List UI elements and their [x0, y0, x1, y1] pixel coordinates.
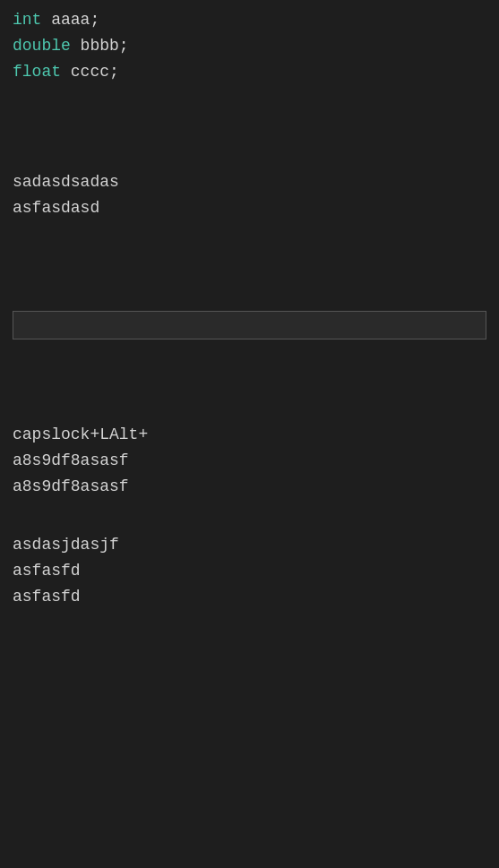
blank-line-2 — [13, 117, 486, 143]
blank-line-1 — [13, 91, 486, 117]
var-cccc: cccc; — [61, 63, 119, 81]
code-editor: int aaaa; double bbbb; float cccc; sadas… — [13, 7, 486, 610]
blank-line-4 — [13, 228, 486, 254]
blank-line-5 — [13, 254, 486, 279]
declarations-section: int aaaa; double bbbb; float cccc; — [13, 7, 486, 84]
plain-line-asfasfd-2: asfasfd — [13, 584, 486, 610]
plain-line-a8s2: a8s9df8asasf — [13, 474, 486, 500]
blank-line-6 — [13, 279, 486, 305]
blank-line-10 — [13, 507, 486, 533]
plain-line-sadasdsadas: sadasdsadas — [13, 169, 486, 195]
keyword-float: float — [13, 63, 61, 81]
plain-line-asfasdasd: asfasdasd — [13, 195, 486, 221]
line-float: float cccc; — [13, 59, 486, 85]
blank-line-9 — [13, 396, 486, 422]
blank-line-3 — [13, 143, 486, 169]
text-input[interactable] — [13, 311, 486, 339]
plain-block-1: sadasdsadas asfasdasd — [13, 169, 486, 221]
blank-line-7 — [13, 345, 486, 371]
plain-block-2: capslock+LAlt+ a8s9df8asasf a8s9df8asasf — [13, 422, 486, 499]
line-int: int aaaa; — [13, 7, 486, 33]
plain-line-capslock: capslock+LAlt+ — [13, 422, 486, 448]
blank-line-8 — [13, 371, 486, 397]
plain-line-asfasfd-1: asfasfd — [13, 558, 486, 584]
line-double: double bbbb; — [13, 33, 486, 59]
var-aaaa: aaaa; — [41, 11, 99, 29]
keyword-int: int — [13, 11, 41, 29]
plain-line-a8s1: a8s9df8asasf — [13, 448, 486, 474]
plain-block-3: asdasjdasjf asfasfd asfasfd — [13, 532, 486, 609]
plain-line-asdasjdasjf: asdasjdasjf — [13, 532, 486, 558]
keyword-double: double — [13, 37, 71, 55]
var-bbbb: bbbb; — [71, 37, 129, 55]
